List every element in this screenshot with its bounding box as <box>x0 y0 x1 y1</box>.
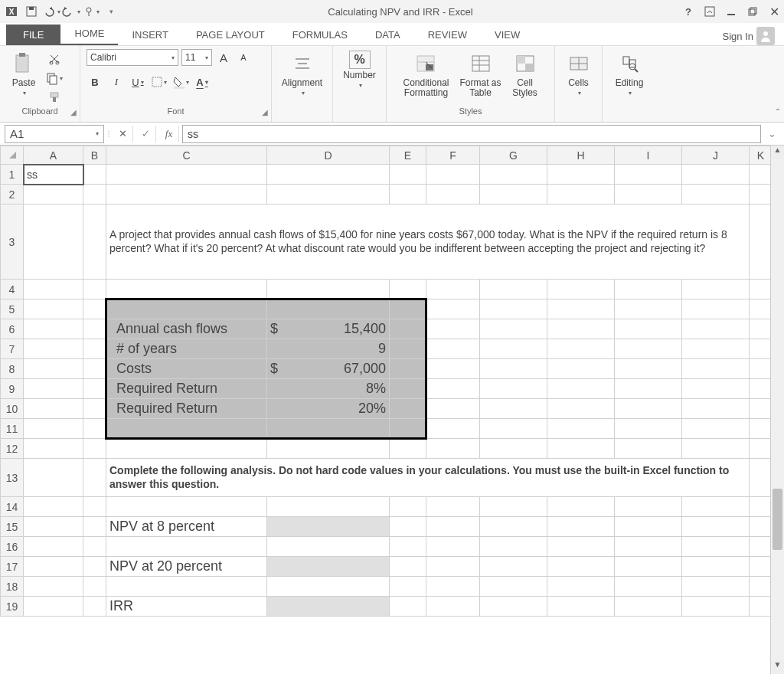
row-header-12[interactable]: 12 <box>1 439 24 459</box>
col-header-J[interactable]: J <box>682 146 750 165</box>
format-painter-icon[interactable] <box>46 89 63 106</box>
fx-icon[interactable]: fx <box>159 126 179 142</box>
conditional-formatting-button[interactable]: Conditional Formatting <box>398 49 453 100</box>
tab-formulas[interactable]: FORMULAS <box>279 25 361 45</box>
font-name-select[interactable]: Calibri▾ <box>87 49 178 66</box>
cell-C15[interactable]: NPV at 8 percent <box>106 517 267 537</box>
select-all-corner[interactable] <box>1 146 24 165</box>
redo-icon[interactable]: ▾ <box>63 3 80 20</box>
expand-formula-bar-icon[interactable]: ⌄ <box>764 128 779 139</box>
col-header-F[interactable]: F <box>426 146 480 165</box>
collapse-ribbon-icon[interactable]: ˆ <box>776 108 779 119</box>
col-header-H[interactable]: H <box>547 146 615 165</box>
cell-D17[interactable] <box>267 557 390 577</box>
enter-formula-icon[interactable]: ✓ <box>136 126 156 142</box>
cell-C9[interactable]: Required Return <box>106 379 267 399</box>
bold-button[interactable]: B <box>87 74 103 90</box>
col-header-A[interactable]: A <box>24 146 83 165</box>
font-color-icon[interactable]: A▾ <box>194 74 211 90</box>
col-header-G[interactable]: G <box>480 146 547 165</box>
touch-mouse-icon[interactable]: ▾ <box>83 3 100 20</box>
help-icon[interactable]: ? <box>681 5 695 18</box>
row-header-6[interactable]: 6 <box>1 319 24 339</box>
cell-D7[interactable]: 9 <box>267 339 390 359</box>
editing-button[interactable]: Editing ▾ <box>611 49 648 98</box>
tab-review[interactable]: REVIEW <box>414 25 481 45</box>
cell-C3[interactable]: A project that provides annual cash flow… <box>106 204 750 280</box>
tab-data[interactable]: DATA <box>361 25 414 45</box>
cell-E1[interactable] <box>390 165 426 185</box>
vertical-scrollbar[interactable]: ▲ ▼ <box>770 146 784 674</box>
cancel-formula-icon[interactable]: ✕ <box>113 126 133 142</box>
name-box-dropdown-icon[interactable]: ▾ <box>96 130 99 137</box>
row-header-16[interactable]: 16 <box>1 537 24 557</box>
restore-icon[interactable] <box>746 5 760 18</box>
cell-C8[interactable]: Costs <box>106 359 267 379</box>
alignment-button[interactable]: Alignment ▾ <box>277 49 327 98</box>
qat-more-icon[interactable]: ▾ <box>103 3 119 20</box>
decrease-font-icon[interactable]: A <box>235 49 252 66</box>
row-header-5[interactable]: 5 <box>1 299 24 319</box>
row-header-19[interactable]: 19 <box>1 597 24 617</box>
cell-B1[interactable] <box>83 165 106 185</box>
cell-C13[interactable]: Complete the following analysis. Do not … <box>106 459 750 497</box>
cell-C10[interactable]: Required Return <box>106 399 267 419</box>
ribbon-display-options-icon[interactable] <box>703 5 717 18</box>
undo-icon[interactable]: ▾ <box>43 3 60 20</box>
row-header-13[interactable]: 13 <box>1 459 24 497</box>
cell-styles-button[interactable]: Cell Styles <box>508 49 543 100</box>
underline-button[interactable]: U▾ <box>129 74 146 90</box>
cell-D9[interactable]: 8% <box>267 379 390 399</box>
cell-D10[interactable]: 20% <box>267 399 390 419</box>
cell-H1[interactable] <box>547 165 615 185</box>
paste-button[interactable]: Paste ▾ <box>6 49 41 98</box>
col-header-I[interactable]: I <box>615 146 682 165</box>
format-as-table-button[interactable]: Format as Table <box>456 49 506 100</box>
cell-I1[interactable] <box>615 165 682 185</box>
cell-G1[interactable] <box>480 165 547 185</box>
row-header-15[interactable]: 15 <box>1 517 24 537</box>
row-header-1[interactable]: 1 <box>1 165 24 185</box>
row-header-18[interactable]: 18 <box>1 577 24 597</box>
font-size-select[interactable]: 11▾ <box>181 49 212 66</box>
scroll-up-icon[interactable]: ▲ <box>771 146 784 159</box>
save-icon[interactable] <box>23 3 40 20</box>
col-header-C[interactable]: C <box>106 146 267 165</box>
row-header-7[interactable]: 7 <box>1 339 24 359</box>
cell-D19[interactable] <box>267 597 390 617</box>
close-icon[interactable]: ✕ <box>767 5 781 18</box>
tab-home[interactable]: HOME <box>60 23 118 45</box>
row-header-14[interactable]: 14 <box>1 497 24 517</box>
cell-D8[interactable]: $67,000 <box>267 359 390 379</box>
copy-icon[interactable]: ▾ <box>46 70 63 87</box>
cell-D1[interactable] <box>267 165 390 185</box>
scroll-track[interactable] <box>771 159 784 660</box>
font-launcher-icon[interactable]: ◢ <box>262 108 268 116</box>
cut-icon[interactable] <box>46 51 63 67</box>
row-header-2[interactable]: 2 <box>1 185 24 204</box>
formula-input[interactable]: ss <box>182 125 761 143</box>
minimize-icon[interactable] <box>724 5 738 18</box>
italic-button[interactable]: I <box>108 74 125 90</box>
cell-J1[interactable] <box>682 165 750 185</box>
cell-C19[interactable]: IRR <box>106 597 267 617</box>
row-header-3[interactable]: 3 <box>1 204 24 280</box>
number-button[interactable]: % Number ▾ <box>338 49 381 90</box>
increase-font-icon[interactable]: A <box>215 49 232 66</box>
cell-C17[interactable]: NPV at 20 percent <box>106 557 267 577</box>
row-header-10[interactable]: 10 <box>1 399 24 419</box>
cell-A2[interactable] <box>24 185 83 204</box>
name-box[interactable]: A1 ▾ <box>5 125 104 143</box>
col-header-B[interactable]: B <box>83 146 106 165</box>
cells-button[interactable]: Cells ▾ <box>561 49 596 98</box>
fill-color-icon[interactable]: ▾ <box>172 74 189 90</box>
row-header-4[interactable]: 4 <box>1 280 24 299</box>
cell-C6[interactable]: Annual cash flows <box>106 319 267 339</box>
tab-file[interactable]: FILE <box>6 25 60 45</box>
borders-icon[interactable]: ▾ <box>151 74 168 90</box>
col-header-D[interactable]: D <box>267 146 390 165</box>
cell-D15[interactable] <box>267 517 390 537</box>
scroll-thumb[interactable] <box>773 489 782 550</box>
cell-K1[interactable] <box>750 165 773 185</box>
row-header-17[interactable]: 17 <box>1 557 24 577</box>
